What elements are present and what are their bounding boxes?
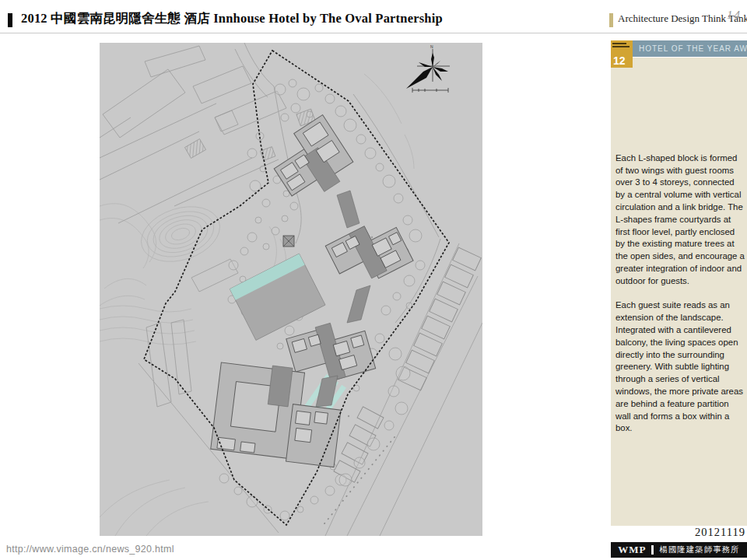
firm-logo-bar: WMP 楊國隆建築師事務所 — [611, 542, 747, 558]
firm-name: 楊國隆建築師事務所 — [659, 544, 740, 555]
badge-fine-print — [612, 46, 630, 47]
page-number: 14 — [727, 9, 742, 22]
date-stamp: 20121119 — [695, 526, 745, 539]
page-title: 2012 中國雲南昆明隱舍生態 酒店 Innhouse Hotel by The… — [21, 10, 581, 27]
source-url[interactable]: http://www.vimage.cn/news_920.html — [6, 544, 174, 555]
svg-text:N: N — [430, 44, 433, 49]
site-plan-figure: N — [100, 43, 482, 536]
description-paragraph-2: Each guest suite reads as an extension o… — [615, 299, 745, 435]
awards-badge: 12 — [611, 40, 633, 68]
description-paragraph-1: Each L-shaped block is formed of two win… — [615, 152, 745, 288]
gazebo — [283, 236, 294, 247]
badge-year: 12 — [613, 54, 626, 67]
awards-banner: HOTEL OF THE YEAR AWARDS 2012 — [633, 40, 747, 57]
logo-divider-bar — [651, 545, 654, 555]
slide-page: 2012 中國雲南昆明隱舍生態 酒店 Innhouse Hotel by The… — [0, 0, 747, 560]
site-plan: N — [100, 43, 482, 536]
header-right-marker-bar — [609, 13, 613, 27]
description-text: Each L-shaped block is formed of two win… — [615, 140, 745, 447]
badge-fine-print — [612, 43, 626, 44]
awards-banner-title: HOTEL OF THE YEAR AWARDS — [639, 44, 747, 53]
wmp-logo: WMP — [618, 544, 646, 556]
title-marker-bar — [8, 13, 12, 27]
header-divider — [0, 33, 747, 33]
